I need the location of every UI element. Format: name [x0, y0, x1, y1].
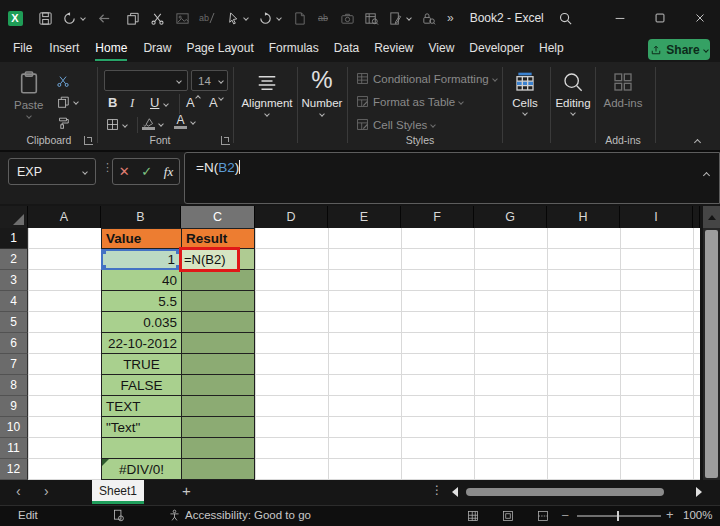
row-header-1[interactable]: 1 — [0, 228, 28, 249]
cell-C5[interactable] — [181, 312, 255, 333]
paste-button[interactable]: Paste — [14, 70, 43, 118]
format-painter-button[interactable] — [56, 116, 70, 130]
bold-button[interactable]: B — [108, 95, 117, 110]
close-button[interactable] — [680, 0, 720, 36]
sheet-tab[interactable]: Sheet1 — [92, 480, 144, 504]
font-size-combo[interactable]: 14 — [191, 70, 228, 91]
tab-page-layout[interactable]: Page Layout — [186, 36, 253, 62]
format-as-table-button[interactable]: Format as Table — [356, 95, 463, 108]
cell-C9[interactable] — [181, 396, 255, 417]
maximize-button[interactable] — [640, 0, 680, 36]
macro-record-icon[interactable] — [112, 509, 125, 522]
camera-icon[interactable] — [338, 9, 356, 27]
font-name-combo[interactable] — [104, 70, 188, 91]
add-ins-button[interactable]: Add-ins — [600, 70, 646, 109]
cell-C1[interactable]: Result — [181, 228, 255, 249]
column-header-G[interactable]: G — [474, 206, 547, 228]
cell-styles-button[interactable]: Cell Styles — [356, 118, 435, 131]
column-header-F[interactable]: F — [401, 206, 474, 228]
column-header-I[interactable]: I — [620, 206, 693, 228]
tab-draw[interactable]: Draw — [143, 36, 171, 62]
borders-button[interactable] — [106, 118, 127, 131]
accessibility-icon[interactable] — [168, 509, 181, 522]
new-file-icon[interactable] — [290, 9, 308, 27]
hscroll-left-button[interactable] — [452, 487, 458, 497]
picture-icon[interactable] — [173, 9, 191, 27]
cell-B8[interactable]: FALSE — [101, 375, 181, 396]
cancel-button[interactable]: ✕ — [119, 164, 130, 179]
cell-C12[interactable] — [181, 459, 255, 480]
copy-button[interactable] — [56, 95, 78, 109]
row-header-8[interactable]: 8 — [0, 375, 28, 396]
select-all-corner[interactable] — [0, 206, 28, 228]
touch-mode-dropdown[interactable] — [243, 15, 249, 21]
tab-data[interactable]: Data — [334, 36, 359, 62]
share-button[interactable]: Share — [648, 39, 710, 60]
tab-review[interactable]: Review — [374, 36, 413, 62]
vertical-scroll-thumb[interactable] — [705, 230, 718, 478]
vertical-scrollbar[interactable] — [703, 206, 720, 480]
row-header-2[interactable]: 2 — [0, 249, 28, 270]
strikethrough-icon[interactable]: ab — [314, 9, 332, 27]
cell-B9[interactable]: TEXT — [101, 396, 181, 417]
tab-file[interactable]: File — [13, 36, 32, 62]
tab-home[interactable]: Home — [95, 36, 127, 62]
column-header-H[interactable]: H — [547, 206, 620, 228]
document-pen-dropdown[interactable] — [406, 15, 412, 21]
cut-button[interactable] — [56, 74, 70, 88]
enter-button[interactable]: ✓ — [141, 164, 152, 179]
cell-B2[interactable]: 1 — [101, 249, 181, 270]
row-header-5[interactable]: 5 — [0, 312, 28, 333]
cell-C11[interactable] — [181, 438, 255, 459]
undo-icon[interactable] — [60, 9, 78, 27]
minimize-button[interactable] — [600, 0, 640, 36]
underline-dropdown[interactable] — [163, 101, 169, 107]
italic-button[interactable]: I — [130, 95, 134, 111]
cell-B11[interactable] — [101, 438, 181, 459]
undo-dropdown[interactable] — [80, 15, 86, 21]
tab-insert[interactable]: Insert — [49, 36, 79, 62]
grow-font-button[interactable]: A — [186, 95, 200, 110]
row-header-4[interactable]: 4 — [0, 291, 28, 312]
cell-C2-edit-box[interactable]: =N(B2) — [179, 247, 240, 272]
number-button[interactable]: % Number — [300, 66, 344, 116]
document-pen-icon[interactable] — [386, 9, 404, 27]
fill-color-button[interactable] — [142, 117, 163, 130]
alignment-button[interactable]: Alignment — [238, 72, 296, 116]
cell-C7[interactable] — [181, 354, 255, 375]
cell-B6[interactable]: 22-10-2012 — [101, 333, 181, 354]
cells-button[interactable]: Cells — [505, 70, 545, 115]
zoom-out-button[interactable]: – — [562, 508, 568, 520]
qat-overflow[interactable]: » — [447, 11, 454, 25]
lock-lookup-icon[interactable] — [419, 9, 437, 27]
accessibility-status[interactable]: Accessibility: Good to go — [185, 509, 311, 521]
expand-formula-bar[interactable] — [703, 172, 710, 179]
insert-function-button[interactable]: fx — [164, 164, 173, 180]
touch-mode-icon[interactable] — [223, 9, 241, 27]
page-break-view-button[interactable] — [537, 510, 549, 522]
column-header-D[interactable]: D — [255, 206, 328, 228]
font-color-button[interactable]: A — [174, 115, 195, 129]
name-box[interactable]: EXP — [8, 158, 96, 185]
column-header-E[interactable]: E — [328, 206, 401, 228]
cell-B3[interactable]: 40 — [101, 270, 181, 291]
cell-B5[interactable]: 0.035 — [101, 312, 181, 333]
cell-B1[interactable]: Value — [101, 228, 181, 249]
tab-view[interactable]: View — [429, 36, 455, 62]
cell-C10[interactable] — [181, 417, 255, 438]
zoom-slider-thumb[interactable] — [617, 511, 619, 521]
save-icon[interactable] — [36, 9, 54, 27]
clipboard-dialog-launcher[interactable] — [84, 136, 93, 145]
zoom-slider[interactable] — [577, 515, 661, 517]
tab-help[interactable]: Help — [539, 36, 564, 62]
row-header-12[interactable]: 12 — [0, 459, 28, 480]
excel-logo-icon[interactable]: X — [6, 9, 24, 27]
cell-B10[interactable]: "Text" — [101, 417, 181, 438]
cell-B7[interactable]: TRUE — [101, 354, 181, 375]
cell-B4[interactable]: 5.5 — [101, 291, 181, 312]
hscroll-right-button[interactable] — [696, 487, 702, 497]
zoom-level[interactable]: 100% — [683, 509, 712, 521]
table-lookup-icon[interactable] — [362, 9, 380, 27]
next-sheet-button[interactable]: › — [44, 483, 49, 499]
cell-C6[interactable] — [181, 333, 255, 354]
